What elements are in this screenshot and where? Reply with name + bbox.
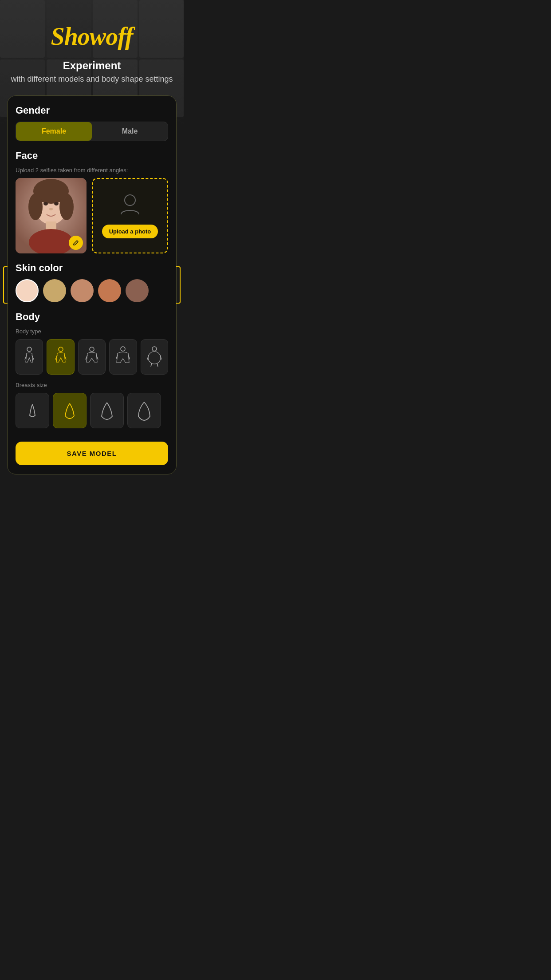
svg-point-12 bbox=[27, 347, 31, 352]
skin-section-title: Skin color bbox=[16, 262, 168, 274]
svg-point-8 bbox=[43, 202, 48, 205]
hero-text: Experiment with different models and bod… bbox=[11, 59, 173, 85]
svg-point-11 bbox=[125, 195, 135, 205]
hero-subtext: with different models and body shape set… bbox=[11, 74, 173, 85]
gender-toggle: Female Male bbox=[16, 122, 168, 141]
gender-section-title: Gender bbox=[16, 105, 168, 116]
main-card: Gender Female Male Face Upload 2 selfies… bbox=[7, 95, 177, 474]
svg-point-18 bbox=[90, 347, 94, 352]
body-type-chubby[interactable] bbox=[78, 339, 106, 375]
svg-point-25 bbox=[148, 352, 161, 364]
upload-photo-button[interactable]: Upload a photo bbox=[102, 225, 158, 238]
breast-size-large[interactable] bbox=[90, 393, 124, 428]
face-photo-upload-2[interactable]: Upload a photo bbox=[92, 178, 168, 253]
edit-photo-button[interactable] bbox=[69, 236, 83, 250]
face-photo-1[interactable] bbox=[16, 178, 87, 253]
breast-sizes-container bbox=[16, 393, 168, 428]
breast-size-xlarge[interactable] bbox=[127, 393, 161, 428]
app-title: Showoff bbox=[51, 22, 133, 51]
svg-point-24 bbox=[152, 347, 157, 351]
hero-headline: Experiment bbox=[11, 59, 173, 72]
body-type-subtitle: Body type bbox=[16, 328, 168, 335]
svg-line-29 bbox=[157, 363, 158, 367]
skin-swatch-dark-brown[interactable] bbox=[126, 279, 149, 302]
body-type-obese[interactable] bbox=[141, 339, 168, 375]
svg-line-28 bbox=[151, 363, 152, 367]
skin-swatch-light[interactable] bbox=[16, 279, 39, 302]
page-content: Showoff Experiment with different models… bbox=[0, 0, 184, 488]
breast-size-medium[interactable] bbox=[53, 393, 87, 428]
person-placeholder-icon bbox=[119, 193, 141, 220]
breast-size-subtitle: Breasts size bbox=[16, 382, 168, 388]
skin-colors-container bbox=[16, 279, 168, 302]
face-section: Face Upload 2 selfies taken from differe… bbox=[16, 150, 168, 253]
body-type-fat[interactable] bbox=[109, 339, 137, 375]
body-type-average[interactable] bbox=[47, 339, 74, 375]
svg-point-4 bbox=[28, 194, 43, 220]
body-type-slim[interactable] bbox=[16, 339, 43, 375]
body-section-title: Body bbox=[16, 311, 168, 323]
svg-point-9 bbox=[54, 202, 59, 205]
skin-swatch-light-olive[interactable] bbox=[43, 279, 66, 302]
svg-point-5 bbox=[59, 194, 74, 220]
svg-point-15 bbox=[59, 347, 63, 352]
save-model-button[interactable]: SAVE MODEL bbox=[16, 442, 168, 465]
face-section-title: Face bbox=[16, 150, 168, 162]
body-section: Body Body type bbox=[16, 311, 168, 428]
svg-point-21 bbox=[121, 347, 125, 351]
skin-swatch-medium-brown[interactable] bbox=[98, 279, 121, 302]
skin-section: Skin color bbox=[16, 262, 168, 302]
face-photos-container: Upload a photo bbox=[16, 178, 168, 253]
gender-female-button[interactable]: Female bbox=[16, 122, 92, 141]
gender-male-button[interactable]: Male bbox=[92, 122, 168, 141]
face-section-subtitle: Upload 2 selfies taken from different an… bbox=[16, 167, 168, 174]
skin-swatch-tan[interactable] bbox=[71, 279, 94, 302]
body-types-container bbox=[16, 339, 168, 375]
breast-size-small[interactable] bbox=[16, 393, 49, 428]
svg-point-10 bbox=[49, 208, 53, 210]
